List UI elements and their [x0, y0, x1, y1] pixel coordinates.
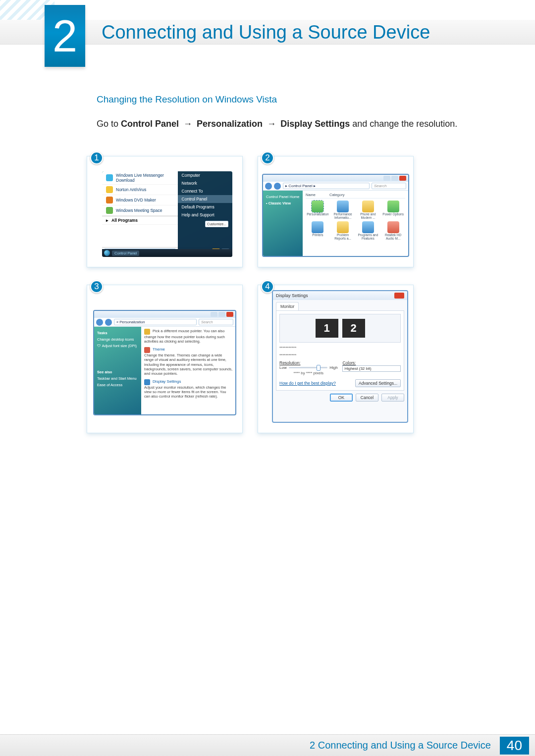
all-programs[interactable]: ▸ All Programs [102, 216, 178, 225]
display-icon [144, 379, 150, 385]
start-orb-icon[interactable] [104, 250, 110, 256]
theme-desc: Change the theme. Themes can change a wi… [144, 353, 232, 376]
side-change-icons[interactable]: Change desktop icons [97, 336, 138, 343]
breadcrumb[interactable]: « Personalization [114, 319, 197, 325]
tab-monitor[interactable]: Monitor [276, 302, 299, 310]
cp-item[interactable]: Programs and Features [356, 221, 380, 240]
nav-back-icon[interactable] [265, 183, 272, 190]
taskbar-button[interactable]: Control Panel [112, 251, 139, 256]
instruction-line: Go to Control Panel → Personalization → … [97, 117, 485, 131]
cp-item[interactable]: Printers [306, 221, 330, 240]
side-taskbar[interactable]: Taskbar and Start Menu [97, 375, 138, 382]
instr-path3: Display Settings [280, 119, 350, 129]
close-button[interactable] [394, 293, 404, 299]
start-item[interactable]: Windows Meeting Space [102, 205, 178, 216]
monitor-2[interactable]: 2 [342, 319, 365, 338]
display-settings-link[interactable]: Display Settings [153, 379, 181, 384]
slider-thumb[interactable] [317, 365, 321, 371]
cp-item[interactable]: Performance Informatio... [331, 201, 355, 219]
screenshot-2: 2 ▸ Control Panel ▸ Search Control Panel… [258, 156, 414, 267]
callout-customize: Customize... [205, 221, 228, 227]
apply-button[interactable]: Apply [381, 394, 404, 402]
breadcrumb[interactable]: ▸ Control Panel ▸ [283, 183, 370, 189]
display-desc: Adjust your monitor resolution, which ch… [144, 385, 226, 399]
advanced-settings-button[interactable]: Advanced Settings... [355, 379, 401, 387]
slider-high: High [329, 365, 337, 370]
mouse-icon [144, 329, 150, 335]
slider-low: Low [279, 365, 287, 370]
maximize-button[interactable] [391, 176, 398, 181]
instr-path1: Control Panel [121, 119, 179, 129]
window-title: Display Settings [276, 293, 308, 298]
cp-item-personalization[interactable]: Personalization [306, 201, 330, 219]
cp-item[interactable]: Power Options [381, 201, 405, 219]
search-input[interactable]: Search [372, 183, 406, 189]
footer-text: 2 Connecting and Using a Source Device [310, 740, 491, 751]
nav-back-icon[interactable] [96, 319, 103, 326]
start-right-item[interactable]: Help and Support [178, 211, 232, 219]
address-bar: ▸ Control Panel ▸ Search [263, 182, 408, 191]
start-item[interactable]: Windows DVD Maker [102, 195, 178, 205]
instr-suffix: and change the resolution. [352, 119, 457, 129]
page-number: 40 [500, 737, 529, 755]
mouse-desc: Pick a different mouse pointer. You can … [144, 329, 225, 344]
minimize-button[interactable] [383, 176, 390, 181]
nav-forward-icon[interactable] [105, 319, 112, 326]
control-panel-window: ▸ Control Panel ▸ Search Control Panel H… [262, 174, 409, 257]
taskbar: Control Panel [102, 249, 232, 257]
pers-main: Pick a different mouse pointer. You can … [141, 327, 235, 414]
side-see-also: See also [97, 369, 138, 375]
cp-home-link[interactable]: Control Panel Home [266, 194, 300, 200]
minimize-button[interactable] [211, 312, 217, 317]
pers-sidebar: Tasks Change desktop icons 🛡 Adjust font… [94, 327, 141, 414]
start-right-item-control-panel[interactable]: Control Panel [178, 195, 232, 203]
help-link[interactable]: How do I get the best display? [279, 381, 336, 386]
theme-icon [144, 347, 150, 353]
screenshot-4: 4 Display Settings Monitor 1 2 *********… [258, 285, 414, 433]
start-right-item[interactable]: Connect To [178, 187, 232, 195]
colors-label: Colors: [342, 360, 401, 365]
instr-prefix: Go to [97, 119, 121, 129]
search-input[interactable]: Search [199, 319, 233, 325]
resolution-label: Resolution: [279, 360, 338, 365]
close-button[interactable] [399, 176, 406, 181]
step-badge-1: 1 [90, 151, 103, 164]
cp-item[interactable]: Realtek HD Audio M... [381, 221, 405, 240]
hdr-category: Category [329, 193, 344, 197]
section-subheading: Changing the Resolution on Windows Vista [97, 94, 485, 105]
maximize-button[interactable] [218, 312, 225, 317]
side-font-size[interactable]: 🛡 Adjust font size (DPI) [97, 343, 138, 349]
ok-button[interactable]: OK [330, 394, 353, 402]
resolution-slider[interactable]: Low High [279, 365, 338, 370]
step-badge-2: 2 [261, 151, 274, 164]
cp-item[interactable]: Phone and Modem ... [356, 201, 380, 219]
start-item[interactable]: Norton AntiVirus [102, 185, 178, 195]
chapter-number-box: 2 [45, 5, 85, 67]
address-bar: « Personalization Search [94, 318, 235, 327]
screenshot-grid: 1 Windows Live Messenger Download Norton… [87, 156, 414, 433]
start-menu-left: Windows Live Messenger Download Norton A… [102, 171, 178, 247]
cp-item[interactable]: Problem Reports a... [331, 221, 355, 240]
cancel-button[interactable]: Cancel [356, 394, 378, 402]
adapter-name: *********** [279, 353, 401, 357]
dialog-buttons: OK Cancel Apply [273, 391, 407, 404]
arrow-icon: → [181, 117, 194, 131]
display-settings-window: Display Settings Monitor 1 2 ***********… [272, 290, 408, 423]
colors-select[interactable]: Highest (32 bit) [342, 365, 401, 372]
nav-forward-icon[interactable] [274, 183, 281, 190]
cp-classic-view[interactable]: • Classic View [266, 200, 300, 206]
side-ease[interactable]: Ease of Access [97, 382, 138, 388]
window-titlebar: Display Settings [273, 291, 407, 300]
side-tasks: Tasks [97, 330, 138, 336]
close-button[interactable] [226, 312, 233, 317]
screenshot-3: 3 « Personalization Search Tasks Change … [87, 285, 243, 433]
start-right-item[interactable]: Default Programs [178, 203, 232, 211]
monitor-1[interactable]: 1 [316, 319, 338, 338]
start-right-item[interactable]: Computer [178, 171, 232, 179]
start-item[interactable]: Windows Live Messenger Download [102, 171, 178, 185]
theme-link[interactable]: Theme [153, 347, 165, 352]
chapter-title: Connecting and Using a Source Device [102, 22, 430, 43]
ds-body: 1 2 *********** *********** Resolution: … [276, 310, 404, 391]
arrow-icon: → [265, 117, 278, 131]
start-right-item[interactable]: Network [178, 179, 232, 187]
